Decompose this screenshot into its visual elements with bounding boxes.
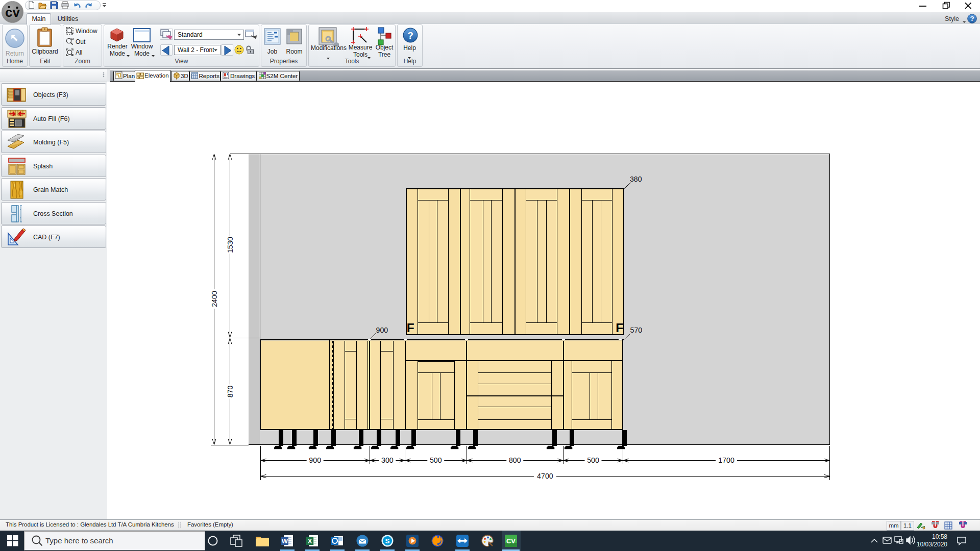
svg-text:CV: CV: [506, 537, 516, 545]
svg-text:900: 900: [376, 326, 388, 334]
svg-text:?: ?: [407, 30, 413, 41]
svg-text:4700: 4700: [537, 472, 553, 480]
svg-text:500: 500: [587, 456, 599, 464]
svg-text:1530: 1530: [226, 237, 234, 253]
svg-text:10/03/2020: 10/03/2020: [917, 541, 947, 548]
svg-text:S: S: [385, 537, 389, 545]
svg-text:F: F: [407, 321, 414, 335]
svg-text:570: 570: [630, 326, 643, 334]
svg-text:500: 500: [430, 456, 442, 464]
svg-text:F: F: [616, 321, 623, 335]
svg-text:2400: 2400: [210, 291, 218, 307]
svg-text:900: 900: [309, 456, 321, 464]
svg-text:300: 300: [381, 456, 394, 464]
svg-text:W: W: [282, 537, 288, 545]
svg-text:800: 800: [509, 456, 521, 464]
svg-text:X: X: [308, 537, 312, 545]
svg-text:870: 870: [226, 386, 234, 398]
svg-text:1700: 1700: [718, 456, 734, 464]
svg-text:10:58: 10:58: [932, 533, 947, 540]
svg-text:?: ?: [970, 15, 974, 22]
svg-text:380: 380: [630, 175, 642, 183]
